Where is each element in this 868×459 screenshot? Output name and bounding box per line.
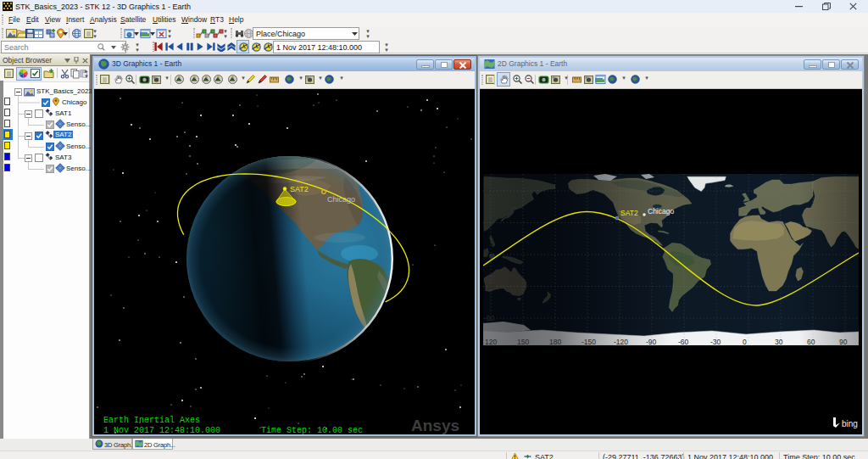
svg-text:Chicago: Chicago	[327, 195, 355, 204]
svg-text:120: 120	[485, 338, 497, 346]
svg-text:0: 0	[484, 250, 488, 259]
svg-text:-90: -90	[646, 338, 657, 346]
svg-text:bing: bing	[842, 419, 858, 428]
svg-text:90: 90	[839, 338, 848, 346]
svg-text:Earth Inertial Axes: Earth Inertial Axes	[103, 416, 200, 425]
svg-text:-60: -60	[484, 314, 495, 322]
svg-text:-120: -120	[614, 338, 628, 346]
svg-text:-30: -30	[710, 338, 721, 346]
svg-text:1 Nov 2017 12:48:10.000: 1 Nov 2017 12:48:10.000 Time Step: 10.00…	[103, 426, 363, 434]
svg-text:SAT2: SAT2	[620, 209, 638, 217]
svg-text:30: 30	[775, 338, 783, 346]
svg-text:SAT2: SAT2	[290, 185, 309, 193]
svg-text:60: 60	[484, 187, 492, 195]
svg-text:30: 30	[484, 219, 492, 227]
svg-text:-30: -30	[484, 283, 495, 291]
svg-text:150: 150	[517, 338, 529, 346]
svg-text:0: 0	[743, 338, 747, 346]
svg-text:-60: -60	[678, 338, 689, 346]
svg-text:Chicago: Chicago	[648, 207, 674, 216]
svg-text:Ansys: Ansys	[411, 417, 459, 434]
svg-text:-150: -150	[581, 338, 596, 346]
svg-text:180: 180	[549, 338, 561, 346]
svg-text:60: 60	[807, 338, 815, 346]
